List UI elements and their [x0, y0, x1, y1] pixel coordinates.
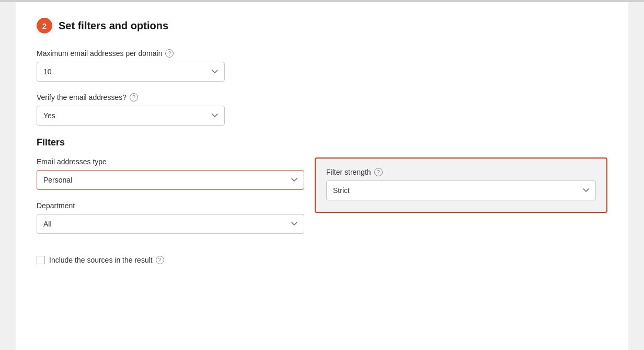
department-select[interactable]: All Marketing Sales HR Engineering [37, 214, 304, 234]
department-group: Department All Marketing Sales HR Engine… [37, 201, 304, 234]
email-type-select[interactable]: Personal Professional All [37, 170, 304, 190]
max-email-select[interactable]: 10 5 20 50 [37, 62, 225, 82]
step-badge: 2 [37, 18, 52, 33]
include-sources-row: Include the sources in the result ? [37, 256, 607, 264]
email-type-label: Email addresses type [37, 157, 304, 166]
filters-section: Filters Email addresses type Personal Pr… [37, 137, 607, 264]
max-email-label-text: Maximum email addresses per domain [37, 49, 162, 58]
page-container: 2 Set filters and options Maximum email … [0, 0, 644, 350]
filter-strength-label: Filter strength ? [326, 168, 596, 176]
filters-title: Filters [37, 137, 607, 148]
include-sources-label-text: Include the sources in the result [49, 256, 153, 264]
department-label: Department [37, 201, 304, 210]
email-type-group: Email addresses type Personal Profession… [37, 157, 304, 190]
include-sources-checkbox[interactable] [37, 256, 45, 264]
max-email-label: Maximum email addresses per domain ? [37, 49, 607, 58]
verify-email-label: Verify the email addresses? ? [37, 93, 607, 101]
verify-email-label-text: Verify the email addresses? [37, 93, 126, 101]
include-sources-help-icon[interactable]: ? [156, 256, 164, 264]
filter-strength-panel: Filter strength ? Strict Normal Relaxed [315, 157, 607, 213]
filter-strength-label-text: Filter strength [326, 168, 371, 176]
max-email-group: Maximum email addresses per domain ? 10 … [37, 49, 607, 82]
filters-grid: Email addresses type Personal Profession… [37, 157, 607, 245]
filter-left-column: Email addresses type Personal Profession… [37, 157, 304, 245]
section-title: Set filters and options [59, 20, 168, 32]
filter-strength-select[interactable]: Strict Normal Relaxed [326, 180, 596, 200]
content-area: 2 Set filters and options Maximum email … [16, 2, 628, 350]
verify-email-select[interactable]: Yes No [37, 106, 225, 126]
filter-strength-help-icon[interactable]: ? [374, 168, 383, 176]
include-sources-label: Include the sources in the result ? [49, 256, 164, 264]
department-label-text: Department [37, 201, 75, 210]
verify-email-group: Verify the email addresses? ? Yes No [37, 93, 607, 126]
verify-email-help-icon[interactable]: ? [130, 93, 138, 101]
section-header: 2 Set filters and options [37, 18, 607, 33]
email-type-label-text: Email addresses type [37, 157, 107, 166]
max-email-help-icon[interactable]: ? [165, 49, 174, 58]
